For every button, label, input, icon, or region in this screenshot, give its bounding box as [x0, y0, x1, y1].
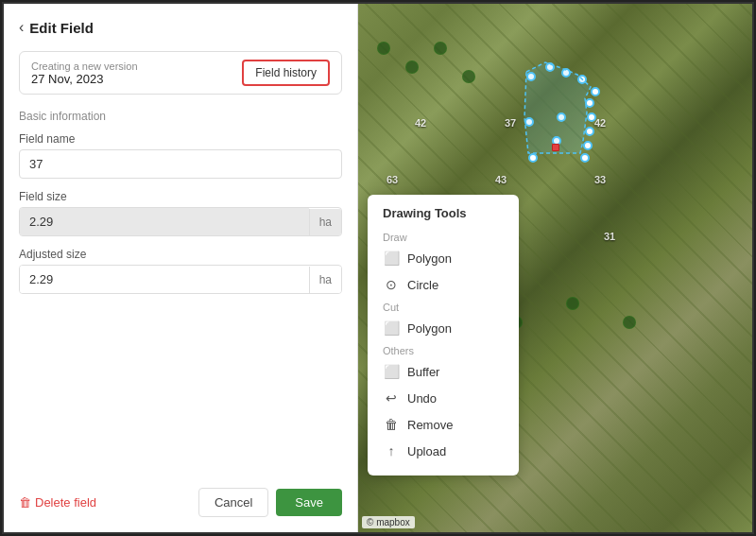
field-handle-dot[interactable]	[545, 62, 555, 72]
map-background: 42 63 48 43 38 33 31 37 42	[358, 4, 752, 532]
tree-decoration	[405, 61, 419, 74]
field-handle-dot[interactable]	[585, 98, 594, 108]
adjusted-size-label: Adjusted size	[19, 248, 342, 261]
field-name-label: Field name	[19, 132, 342, 146]
field-handle-dot[interactable]	[577, 75, 587, 84]
field-size-input[interactable]	[20, 208, 309, 235]
version-label: Creating a new version	[31, 61, 138, 72]
field-label-33: 33	[594, 174, 606, 185]
undo-icon: ↩	[383, 390, 400, 406]
remove-item[interactable]: 🗑 Remove	[368, 411, 519, 438]
tree-decoration	[377, 42, 390, 55]
polygon-icon: ⬜	[383, 251, 400, 266]
field-handle-dot[interactable]	[557, 112, 566, 122]
edit-field-panel: ‹ Edit Field Creating a new version 27 N…	[4, 4, 358, 532]
field-label-42: 42	[415, 117, 426, 129]
right-actions: Cancel Save	[198, 488, 342, 517]
field-handle-dot[interactable]	[524, 117, 534, 127]
tree-decoration	[462, 70, 475, 83]
cancel-button[interactable]: Cancel	[198, 488, 268, 517]
field-size-group: Field size ha	[19, 190, 342, 236]
back-button[interactable]: ‹	[19, 19, 24, 36]
cut-polygon-icon: ⬜	[383, 320, 400, 336]
buffer-icon: ⬜	[383, 364, 400, 379]
tree-decoration	[623, 316, 636, 329]
map-panel: 42 63 48 43 38 33 31 37 42	[358, 4, 752, 532]
delete-icon: 🗑	[19, 495, 31, 510]
drawing-tools-panel: Drawing Tools Draw ⬜ Polygon ⊙ Circle Cu…	[368, 195, 519, 475]
field-size-unit: ha	[309, 209, 341, 235]
mapbox-attribution: © mapbox	[362, 516, 415, 528]
field-label-43: 43	[495, 174, 507, 185]
field-name-input[interactable]	[19, 149, 342, 179]
field-label-31: 31	[604, 231, 615, 242]
buffer-item[interactable]: ⬜ Buffer	[368, 358, 519, 385]
draw-circle-label: Circle	[407, 278, 438, 292]
field-handle-dot[interactable]	[526, 72, 536, 81]
circle-icon: ⊙	[383, 277, 400, 292]
field-handle-dot[interactable]	[585, 127, 594, 136]
field-handle-dot[interactable]	[528, 153, 538, 163]
adjusted-size-input[interactable]	[20, 266, 309, 293]
upload-label: Upload	[407, 444, 446, 458]
upload-icon: ↑	[383, 443, 400, 458]
adjusted-size-group: Adjusted size ha	[19, 248, 342, 294]
field-handle-dot[interactable]	[591, 87, 600, 96]
cut-polygon-label: Polygon	[407, 321, 452, 336]
draw-polygon-label: Polygon	[407, 251, 452, 266]
version-date: 27 Nov, 2023	[31, 72, 138, 86]
draw-section-label: Draw	[368, 228, 519, 245]
others-section-label: Others	[368, 341, 519, 358]
version-info: Creating a new version 27 Nov, 2023	[31, 61, 138, 86]
cut-polygon-item[interactable]: ⬜ Polygon	[368, 315, 519, 341]
field-handle-dot[interactable]	[587, 112, 596, 122]
adjusted-size-unit: ha	[309, 267, 341, 293]
buffer-label: Buffer	[407, 365, 439, 379]
tree-decoration	[434, 42, 447, 55]
draw-polygon-item[interactable]: ⬜ Polygon	[368, 245, 519, 271]
field-handle-dot[interactable]	[583, 141, 593, 150]
version-box: Creating a new version 27 Nov, 2023 Fiel…	[19, 51, 342, 95]
undo-label: Undo	[407, 391, 437, 406]
remove-icon: 🗑	[383, 417, 400, 432]
undo-item[interactable]: ↩ Undo	[368, 385, 519, 411]
field-label-42b: 42	[594, 117, 606, 129]
section-basic-info: Basic information	[19, 110, 342, 123]
upload-item[interactable]: ↑ Upload	[368, 438, 519, 464]
field-label-63: 63	[387, 174, 398, 185]
field-label-37: 37	[505, 117, 516, 129]
save-button[interactable]: Save	[276, 489, 342, 516]
field-marker	[552, 144, 559, 151]
field-size-input-wrapper: ha	[19, 207, 342, 236]
adjusted-size-input-wrapper: ha	[19, 265, 342, 294]
field-handle-dot[interactable]	[580, 153, 590, 163]
draw-circle-item[interactable]: ⊙ Circle	[368, 271, 519, 298]
bottom-actions: 🗑 Delete field Cancel Save	[19, 473, 342, 517]
delete-field-button[interactable]: 🗑 Delete field	[19, 495, 96, 510]
tree-decoration	[566, 297, 579, 310]
remove-label: Remove	[407, 418, 453, 432]
field-name-group: Field name	[19, 132, 342, 179]
panel-header: ‹ Edit Field	[19, 19, 342, 36]
page-title: Edit Field	[29, 20, 94, 36]
field-handle-dot[interactable]	[561, 68, 571, 78]
cut-section-label: Cut	[368, 298, 519, 315]
drawing-tools-title: Drawing Tools	[368, 206, 519, 228]
field-history-button[interactable]: Field history	[242, 60, 330, 86]
field-size-label: Field size	[19, 190, 342, 203]
